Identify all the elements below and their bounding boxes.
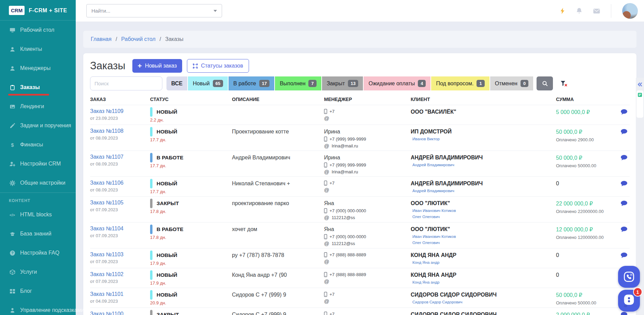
orders-search-input[interactable] xyxy=(90,76,162,90)
client-contact-link[interactable]: Конд Яна андр xyxy=(412,260,556,264)
breadcrumb-home[interactable]: Главная xyxy=(91,36,112,42)
sidebar-item-faq[interactable]: ?Настройка FAQ xyxy=(0,243,76,262)
sidebar-item-settings[interactable]: Общие настройки xyxy=(0,173,76,192)
global-search-select[interactable]: Найти... xyxy=(86,4,222,17)
status-color-bar xyxy=(150,225,152,234)
filter-chip-1[interactable]: Новый65 xyxy=(188,76,228,90)
at-icon: @ xyxy=(324,143,329,148)
new-order-button[interactable]: + Новый заказ xyxy=(132,59,182,73)
filter-chip-4[interactable]: Закрыт13 xyxy=(322,76,363,90)
chat-bubble-icon[interactable] xyxy=(611,127,630,135)
order-sum: 0 xyxy=(556,179,611,187)
sidebar-item-blog[interactable]: Блог xyxy=(0,282,76,301)
client-name: АНДРЕЙ ВЛАДИМИРОВИЧ xyxy=(411,153,556,161)
chevron-down-icon xyxy=(214,10,217,12)
bolt-icon[interactable] xyxy=(560,8,565,14)
sidebar-item-landings[interactable]: Лендинги xyxy=(0,97,76,116)
chat-bubble-icon[interactable] xyxy=(611,107,630,115)
search-button[interactable] xyxy=(537,76,553,90)
widget-card[interactable] xyxy=(636,90,643,118)
sidebar-item-clients[interactable]: Клиенты xyxy=(0,40,76,59)
client-name: ООО "ЛЮТИК" xyxy=(411,225,556,232)
filter-chip-5[interactable]: Ожидание оплаты4 xyxy=(364,76,430,90)
order-link[interactable]: Заказ №1108 xyxy=(90,127,123,134)
filter-reset-button[interactable] xyxy=(556,76,572,90)
sidebar-item-label: Настройка FAQ xyxy=(20,250,59,256)
filter-chip-label: ВСЕ xyxy=(171,81,182,87)
order-link[interactable]: Заказ №1101 xyxy=(90,290,123,297)
chat-bubble-icon[interactable] xyxy=(611,153,630,161)
sidebar-item-knowledge[interactable]: База знаний xyxy=(0,224,76,243)
client-name: АНДРЕЙ ВЛАДИМИРОВИЧ xyxy=(411,179,556,187)
order-link[interactable]: Заказ №1107 xyxy=(90,153,123,160)
client-contact-link[interactable]: Конд Яна андр xyxy=(412,280,556,284)
client-contact-link[interactable]: Андрей Владимирович xyxy=(412,163,556,167)
chat-bubble-icon[interactable] xyxy=(611,225,630,232)
filter-chip-7[interactable]: Отменен0 xyxy=(490,76,533,90)
sidebar-item-orders[interactable]: Заказы xyxy=(0,78,76,97)
order-link[interactable]: Заказ №1109 xyxy=(90,107,123,114)
status-label: ЗАКРЫТ xyxy=(157,312,179,315)
order-link[interactable]: Заказ №1102 xyxy=(90,270,123,277)
filter-chip-count: 13 xyxy=(348,80,358,87)
manager-email: @ xyxy=(324,259,411,264)
client-contact-link[interactable]: Иван Иванович Котиков xyxy=(412,234,556,239)
manager-phone: +7 xyxy=(324,181,411,186)
order-link[interactable]: Заказ №1105 xyxy=(90,199,123,206)
status-label: В РАБОТЕ xyxy=(157,155,184,161)
client-contact-link[interactable]: Иван Иванович Котиков xyxy=(412,209,556,213)
sidebar-item-crm-settings[interactable]: Настройки CRM xyxy=(0,154,76,173)
chat-unread-badge: 1 xyxy=(633,287,642,297)
user-avatar[interactable] xyxy=(622,3,638,19)
order-link[interactable]: Заказ №1106 xyxy=(90,179,123,186)
filter-chip-3[interactable]: Выполнен7 xyxy=(275,76,321,90)
chat-bubble-icon[interactable] xyxy=(611,179,630,187)
sidebar-item-html[interactable]: </>HTML blocks xyxy=(0,205,76,224)
order-sum: 50 000,0 ₽ xyxy=(556,290,611,298)
order-link[interactable]: Заказ №1100 xyxy=(90,310,123,315)
mobile-phone-icon xyxy=(324,312,327,315)
chat-bubble-icon[interactable] xyxy=(611,250,630,258)
client-contact-link[interactable]: Иванов Виктор xyxy=(412,137,556,141)
mail-icon[interactable] xyxy=(593,9,600,14)
order-date: от 08.09.2023 xyxy=(90,187,150,192)
sidebar-item-managers[interactable]: Менеджеры xyxy=(0,59,76,78)
status-label: НОВЫЙ xyxy=(157,109,177,115)
sidebar-item-tasks[interactable]: Задачи и поручения xyxy=(0,116,76,135)
bell-icon[interactable] xyxy=(576,8,582,14)
status-days: 2.2 дн. xyxy=(150,117,232,123)
manager-name: Ирина xyxy=(324,127,411,135)
filter-chip-0[interactable]: ВСЕ xyxy=(166,76,187,90)
sidebar-item-finance[interactable]: $Финансы xyxy=(0,135,76,154)
client-contact-link[interactable]: Олег Олегович xyxy=(412,241,556,245)
order-description: Сидоров С +7 (999) 9 xyxy=(232,310,324,315)
client-contact-link[interactable]: Сидоров Сидор Сидорович xyxy=(412,300,556,304)
chat-widget-button[interactable]: 1 xyxy=(618,290,640,312)
sidebar-item-services[interactable]: Услуги xyxy=(0,262,76,282)
order-link[interactable]: Заказ №1103 xyxy=(90,250,123,258)
breadcrumb-desktop[interactable]: Рабочий стол xyxy=(121,36,155,42)
manager-phone: +7 (999) 999-9999 xyxy=(324,162,411,168)
orders-table: ЗАКАЗ СТАТУС ОПИСАНИЕ МЕНЕДЖЕР КЛИЕНТ СУ… xyxy=(90,95,630,315)
filter-chip-6[interactable]: Под вопросом.1 xyxy=(431,76,489,90)
sidebar-item-hints[interactable]: Управление подсказками xyxy=(0,301,76,315)
filter-chip-label: В работе xyxy=(233,81,256,87)
client-contact-link[interactable]: Олег Олегович xyxy=(412,215,556,219)
callback-widget-button[interactable] xyxy=(618,266,640,288)
chat-bubble-icon[interactable] xyxy=(611,199,630,206)
client-contact-link[interactable]: Андрей Владимирович xyxy=(412,189,556,193)
brand-logo[interactable]: CRM F-CRM + SITE xyxy=(0,0,76,20)
order-link[interactable]: Заказ №1104 xyxy=(90,225,123,232)
manager-email: @ xyxy=(324,279,411,284)
order-statuses-button[interactable]: Статусы заказов xyxy=(187,59,249,73)
table-row: Заказ №1107от 08.09.2023В РАБОТЕ17.7 дн.… xyxy=(90,151,630,176)
table-row: Заказ №1109от 23.09.2023НОВЫЙ2.2 дн.+7@О… xyxy=(90,105,630,125)
filter-chip-2[interactable]: В работе17 xyxy=(229,76,274,90)
sidebar-item-label: Общие настройки xyxy=(20,180,65,186)
blog-icon xyxy=(9,288,16,294)
collapse-panel-icon[interactable] xyxy=(638,83,643,86)
sidebar-item-desktop[interactable]: Рабочий стол xyxy=(0,20,76,40)
filter-chip-count: 65 xyxy=(213,80,223,87)
svg-text:?: ? xyxy=(11,251,13,255)
filter-chip-label: Новый xyxy=(193,81,209,87)
